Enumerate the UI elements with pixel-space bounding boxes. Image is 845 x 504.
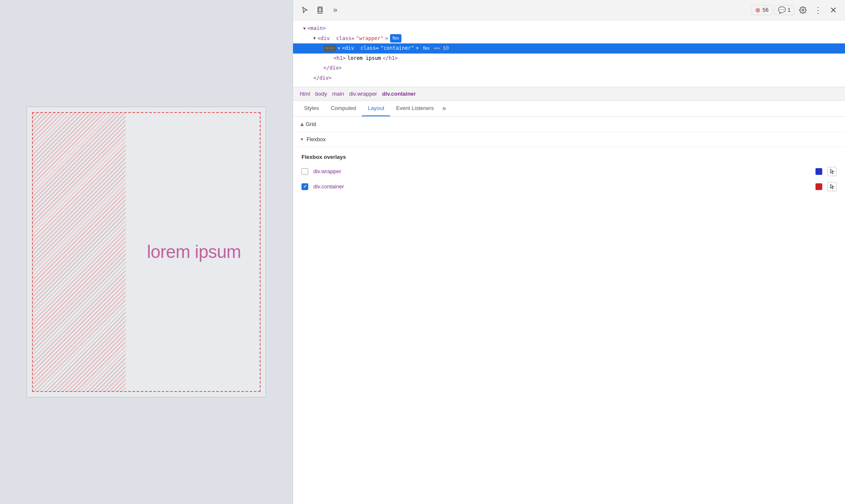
flexbox-section-header[interactable]: ▼ Flexbox	[293, 132, 845, 147]
triangle-icon: ▼	[338, 45, 340, 52]
triangle-icon: ▼	[303, 25, 306, 32]
dom-tree: ▼ <main> ▼ <div class= "wrapper" > flex …	[293, 20, 845, 87]
svg-rect-1	[319, 8, 321, 11]
wrapper-checkbox[interactable]	[301, 168, 308, 175]
container-checkbox[interactable]	[301, 183, 308, 190]
flexbox-section-content: Flexbox overlays div.wrapper div.contain…	[293, 147, 845, 204]
lorem-area: lorem ipsum	[128, 113, 260, 391]
dom-line-h1[interactable]: <h1> lorem ipsum </h1>	[293, 54, 845, 64]
errors-badge[interactable]: ⊗ 56	[751, 5, 772, 15]
hatch-overlay	[33, 113, 126, 391]
lorem-text: lorem ipsum	[147, 242, 241, 262]
settings-button[interactable]	[796, 3, 810, 17]
tab-layout[interactable]: Layout	[362, 101, 390, 116]
wrapper-cursor-icon[interactable]	[827, 167, 837, 176]
dom-line-main[interactable]: ▼ <main>	[293, 24, 845, 34]
inspect-button[interactable]	[298, 3, 312, 17]
kebab-menu-button[interactable]: ⋮	[811, 3, 825, 17]
breadcrumb-bar: html body main div.wrapper div.container	[293, 87, 845, 101]
dom-line-wrapper[interactable]: ▼ <div class= "wrapper" > flex	[293, 34, 845, 44]
messages-count: 1	[788, 7, 791, 13]
flexbox-overlays-title: Flexbox overlays	[301, 154, 837, 160]
breadcrumb-main[interactable]: main	[331, 90, 346, 98]
messages-badge[interactable]: 💬 1	[774, 5, 794, 15]
dollar-eq: == $0	[434, 44, 449, 53]
wrapper-color-swatch[interactable]	[815, 168, 822, 175]
grid-triangle-icon: ▶	[299, 122, 304, 126]
breadcrumb-body[interactable]: body	[314, 90, 329, 98]
dom-line-close-div2[interactable]: </div>	[293, 73, 845, 83]
device-toolbar-button[interactable]	[313, 3, 327, 17]
errors-count: 56	[762, 7, 768, 13]
flexbox-triangle-icon: ▼	[300, 137, 304, 142]
tab-event-listeners[interactable]: Event Listeners	[390, 101, 440, 116]
message-icon: 💬	[778, 6, 786, 14]
layout-content: ▶ Grid ▼ Flexbox Flexbox overlays div.wr…	[293, 117, 845, 504]
browser-content: lorem ipsum	[27, 107, 266, 397]
flex-badge-container: flex	[420, 44, 432, 53]
tab-more-button[interactable]: »	[440, 101, 449, 115]
triangle-icon: ▼	[313, 35, 316, 42]
container-color-swatch[interactable]	[815, 183, 822, 190]
breadcrumb-html[interactable]: html	[298, 90, 312, 98]
tab-computed[interactable]: Computed	[325, 101, 362, 116]
flex-badge-wrapper: flex	[390, 34, 402, 43]
grid-section-header[interactable]: ▶ Grid	[293, 117, 845, 132]
container-cursor-icon[interactable]	[827, 182, 837, 191]
ellipsis-button[interactable]: ···	[323, 45, 336, 51]
svg-point-2	[802, 9, 804, 11]
viewport-panel: lorem ipsum	[0, 0, 293, 504]
grid-section-label: Grid	[306, 121, 316, 127]
devtools-panel: » ⊗ 56 💬 1 ⋮ ✕ ▼ <main> ▼ <div	[293, 0, 845, 504]
tab-styles[interactable]: Styles	[298, 101, 325, 116]
wrapper-overlay-label[interactable]: div.wrapper	[313, 168, 810, 174]
breadcrumb-container[interactable]: div.container	[380, 90, 417, 98]
container-overlay-label[interactable]: div.container	[313, 183, 810, 190]
devtools-toolbar: » ⊗ 56 💬 1 ⋮ ✕	[293, 0, 845, 20]
more-tools-button[interactable]: »	[328, 3, 342, 17]
dom-line-container[interactable]: ··· ▼ <div class= "container" > flex == …	[293, 43, 845, 54]
overlay-row-container: div.container	[301, 182, 837, 191]
error-icon: ⊗	[755, 6, 761, 14]
dom-line-close-div1[interactable]: </div>	[293, 63, 845, 73]
overlay-row-wrapper: div.wrapper	[301, 167, 837, 176]
breadcrumb-wrapper[interactable]: div.wrapper	[347, 90, 379, 98]
flexbox-section-label: Flexbox	[307, 136, 326, 142]
close-button[interactable]: ✕	[826, 3, 840, 17]
tabs-bar: Styles Computed Layout Event Listeners »	[293, 101, 845, 117]
